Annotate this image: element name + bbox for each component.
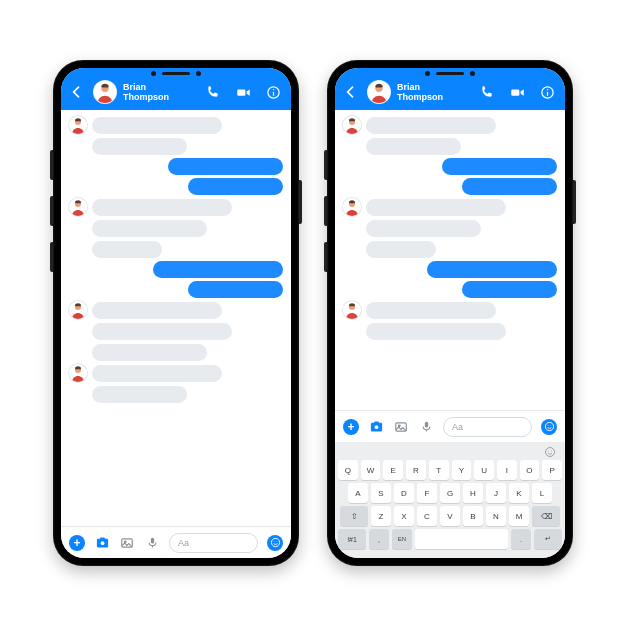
camera-button[interactable] — [94, 535, 110, 551]
message-avatar[interactable] — [69, 116, 87, 134]
chat-thread[interactable] — [61, 110, 291, 526]
message-bubble[interactable] — [366, 302, 496, 319]
back-button[interactable] — [67, 82, 87, 102]
shift-key[interactable]: ⇧ — [340, 506, 368, 526]
message-bubble[interactable] — [427, 261, 557, 278]
add-button[interactable]: + — [69, 535, 85, 551]
message-bubble[interactable] — [366, 138, 461, 155]
voice-message-button[interactable] — [418, 419, 434, 435]
key-u[interactable]: U — [474, 460, 494, 480]
message-bubble[interactable] — [462, 281, 557, 298]
message-avatar[interactable] — [69, 301, 87, 319]
key-v[interactable]: V — [440, 506, 460, 526]
message-bubble[interactable] — [92, 302, 222, 319]
voice-call-button[interactable] — [477, 82, 497, 102]
gallery-button[interactable] — [119, 535, 135, 551]
message-input[interactable]: Aa — [443, 417, 532, 437]
key-n[interactable]: N — [486, 506, 506, 526]
key-y[interactable]: Y — [452, 460, 472, 480]
voice-call-button[interactable] — [203, 82, 223, 102]
message-avatar[interactable] — [343, 116, 361, 134]
contact-avatar[interactable] — [94, 81, 116, 103]
back-button[interactable] — [341, 82, 361, 102]
key-q[interactable]: Q — [338, 460, 358, 480]
key-r[interactable]: R — [406, 460, 426, 480]
key-e[interactable]: E — [383, 460, 403, 480]
message-bubble[interactable] — [442, 158, 557, 175]
key-w[interactable]: W — [361, 460, 381, 480]
message-bubble[interactable] — [92, 117, 222, 134]
message-bubble[interactable] — [92, 344, 207, 361]
comma-key[interactable]: , — [369, 529, 389, 549]
symbols-key[interactable]: !#1 — [338, 529, 366, 549]
message-bubble[interactable] — [168, 158, 283, 175]
key-i[interactable]: I — [497, 460, 517, 480]
emoji-button[interactable] — [541, 419, 557, 435]
key-g[interactable]: G — [440, 483, 460, 503]
space-key[interactable] — [415, 529, 508, 549]
screen: Brian Thompson + — [335, 68, 565, 558]
message-bubble[interactable] — [188, 178, 283, 195]
message-bubble[interactable] — [153, 261, 283, 278]
key-j[interactable]: J — [486, 483, 506, 503]
message-bubble[interactable] — [92, 386, 187, 403]
message-bubble[interactable] — [366, 241, 436, 258]
add-button[interactable]: + — [343, 419, 359, 435]
key-l[interactable]: L — [532, 483, 552, 503]
key-a[interactable]: A — [348, 483, 368, 503]
message-bubble[interactable] — [92, 365, 222, 382]
key-s[interactable]: S — [371, 483, 391, 503]
avatar-icon — [94, 81, 116, 103]
message-placeholder: Aa — [452, 422, 463, 432]
backspace-key[interactable]: ⌫ — [532, 506, 560, 526]
key-p[interactable]: P — [542, 460, 562, 480]
message-avatar[interactable] — [69, 364, 87, 382]
emoji-button[interactable] — [267, 535, 283, 551]
message-bubble[interactable] — [92, 220, 207, 237]
enter-key[interactable]: ↵ — [534, 529, 562, 549]
message-avatar[interactable] — [69, 198, 87, 216]
key-o[interactable]: O — [520, 460, 540, 480]
video-icon — [236, 85, 251, 100]
message-bubble[interactable] — [366, 117, 496, 134]
info-button[interactable] — [537, 82, 557, 102]
language-key[interactable]: EN — [392, 529, 412, 549]
key-x[interactable]: X — [394, 506, 414, 526]
key-m[interactable]: M — [509, 506, 529, 526]
message-bubble[interactable] — [92, 241, 162, 258]
info-button[interactable] — [263, 82, 283, 102]
key-d[interactable]: D — [394, 483, 414, 503]
key-z[interactable]: Z — [371, 506, 391, 526]
voice-message-button[interactable] — [144, 535, 160, 551]
contact-avatar[interactable] — [368, 81, 390, 103]
video-call-button[interactable] — [507, 82, 527, 102]
message-bubble[interactable] — [92, 138, 187, 155]
key-b[interactable]: B — [463, 506, 483, 526]
message-avatar[interactable] — [343, 198, 361, 216]
key-c[interactable]: C — [417, 506, 437, 526]
contact-name[interactable]: Brian Thompson — [123, 83, 196, 102]
key-k[interactable]: K — [509, 483, 529, 503]
video-call-button[interactable] — [233, 82, 253, 102]
message-bubble[interactable] — [92, 199, 232, 216]
key-f[interactable]: F — [417, 483, 437, 503]
info-icon — [266, 85, 281, 100]
message-avatar[interactable] — [343, 301, 361, 319]
message-input[interactable]: Aa — [169, 533, 258, 553]
message-bubble[interactable] — [92, 323, 232, 340]
message-bubble[interactable] — [462, 178, 557, 195]
message-bubble[interactable] — [366, 220, 481, 237]
chat-thread[interactable] — [335, 110, 565, 410]
camera-button[interactable] — [368, 419, 384, 435]
key-h[interactable]: H — [463, 483, 483, 503]
gallery-button[interactable] — [393, 419, 409, 435]
contact-name[interactable]: Brian Thompson — [397, 83, 470, 102]
key-t[interactable]: T — [429, 460, 449, 480]
smile-outline-icon[interactable] — [544, 446, 556, 458]
message-bubble[interactable] — [366, 199, 506, 216]
period-key[interactable]: . — [511, 529, 531, 549]
microphone-icon — [420, 420, 433, 433]
message-bubble[interactable] — [188, 281, 283, 298]
svg-point-4 — [272, 89, 273, 90]
message-bubble[interactable] — [366, 323, 506, 340]
